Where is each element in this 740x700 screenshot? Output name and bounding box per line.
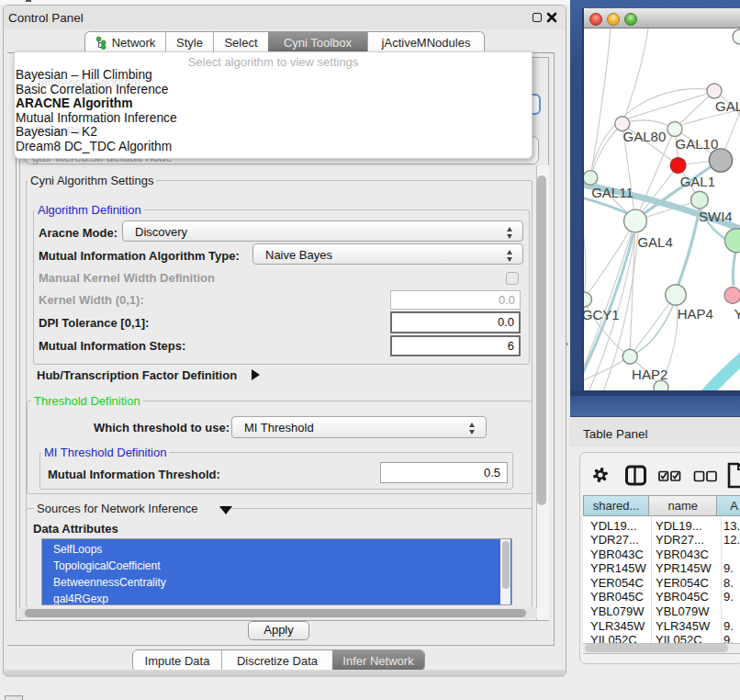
svg-text:GCY1: GCY1 [584,307,620,322]
svg-text:GAL80: GAL80 [623,129,667,144]
svg-text:YEL: YEL [734,306,740,322]
svg-text:HAP4: HAP4 [678,306,713,322]
svg-text:GAL7: GAL7 [715,98,740,114]
svg-text:GAL10: GAL10 [676,136,719,152]
svg-text:GAL11: GAL11 [591,185,633,200]
svg-text:SWI4: SWI4 [699,209,733,224]
svg-text:GAL1: GAL1 [680,174,715,189]
svg-text:HAP2: HAP2 [632,367,667,382]
svg-text:GAL4: GAL4 [637,234,672,250]
